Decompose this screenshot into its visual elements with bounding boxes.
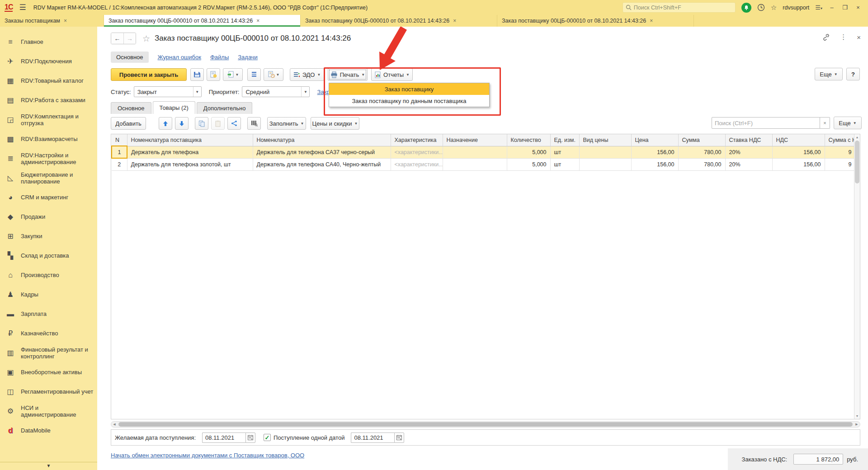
table-cell[interactable]: Держатель для телефона СА37 черно-серый [253, 146, 391, 158]
table-cell[interactable] [443, 146, 507, 158]
user-name[interactable]: rdvsupport [783, 5, 809, 11]
sidebar-item-catalog-grid[interactable]: ▦RDV:Товарный каталог [0, 71, 97, 90]
sidebar-item-rocket[interactable]: ✈RDV:Подключения [0, 52, 97, 71]
add-row-button[interactable]: Добавить [111, 117, 146, 130]
table-cell[interactable]: шт [550, 158, 579, 170]
column-header[interactable]: Сумма с Н [825, 134, 855, 146]
settings-menu-icon[interactable]: ☰▾ [815, 4, 822, 11]
column-header[interactable]: Номенклатура [253, 134, 391, 146]
column-header[interactable]: N [112, 134, 127, 146]
prices-discounts-button[interactable]: Цены и скидки▼ [311, 117, 359, 130]
history-icon[interactable] [757, 4, 765, 11]
copy-row-button[interactable] [195, 117, 208, 130]
table-cell[interactable] [579, 158, 631, 170]
vscroll-thumb[interactable] [855, 141, 859, 183]
help-button[interactable]: ? [846, 68, 860, 80]
barcode-scan-button[interactable] [247, 117, 261, 130]
hscroll-thumb[interactable] [118, 422, 853, 427]
clear-search-button[interactable]: × [820, 117, 830, 129]
sidebar-item-truck[interactable]: ▣Внеоборотные активы [0, 362, 97, 382]
forward-button[interactable]: → [123, 33, 136, 44]
desired-date-input[interactable]: 08.11.2021 [202, 432, 255, 443]
scroll-left-arrow[interactable]: ◀ [111, 423, 118, 426]
calendar-icon[interactable] [245, 432, 255, 443]
reports-button[interactable]: Отчеты ▼ [371, 68, 413, 81]
close-document-icon[interactable]: × [857, 33, 861, 41]
favorite-star-icon[interactable]: ☆ [142, 33, 150, 44]
doc-tasks-button[interactable]: ▼ [264, 68, 283, 81]
table-cell[interactable]: 20% [725, 146, 772, 158]
window-tab-3[interactable]: Заказ поставщику 00ЦБ-000010 от 08.10.20… [301, 15, 497, 27]
sidebar-item-bar-chart[interactable]: ▥Финансовый результат и контроллинг [0, 343, 97, 362]
doc-nav-main[interactable]: Основное [111, 52, 149, 63]
save-button[interactable] [190, 68, 204, 81]
table-cell[interactable]: 156,00 [631, 158, 678, 170]
start-edo-exchange-link[interactable]: Начать обмен электронными документами с … [111, 452, 304, 459]
column-header[interactable]: Назначение [443, 134, 507, 146]
column-header[interactable]: Количество [507, 134, 550, 146]
tab-close-icon[interactable]: × [64, 18, 67, 24]
table-cell[interactable] [579, 146, 631, 158]
vertical-scrollbar[interactable]: ▲ ▼ [854, 134, 860, 419]
sidebar-item-person[interactable]: ♟Кадры [0, 285, 97, 304]
table-cell[interactable]: 156,00 [772, 146, 825, 158]
doc-nav-files[interactable]: Файлы [210, 54, 229, 61]
table-cell[interactable]: Держатель для телефона СА40, Черно-желты… [253, 158, 391, 170]
table-cell[interactable]: Держатель для телефона [127, 146, 253, 158]
table-more-button[interactable]: Еще▼ [834, 117, 862, 129]
share-row-button[interactable] [227, 117, 241, 130]
post-button[interactable] [207, 68, 220, 81]
maximize-button[interactable]: ❒ [841, 4, 849, 11]
window-tab-1[interactable]: Заказы поставщикам× [0, 15, 104, 27]
sidebar-item-card[interactable]: ▬Зарплата [0, 304, 97, 324]
sidebar-item-orders-doc[interactable]: ▤RDV:Работа с заказами [0, 90, 97, 110]
sidebar-item-factory[interactable]: ⌂Производство [0, 265, 97, 285]
sidebar-item-ruble[interactable]: ₽Казначейство [0, 324, 97, 343]
structure-button[interactable] [247, 68, 261, 81]
print-button[interactable]: Печать ▼ [328, 68, 368, 81]
sidebar-item-datamobile[interactable]: dDataMobile [0, 421, 97, 440]
sidebar-item-handtruck[interactable]: ◲RDV:Комплектация и отгрузка [0, 110, 97, 129]
sidebar-item-sliders[interactable]: ≣RDV:Настройки и администрирование [0, 149, 97, 168]
sidebar-item-gear[interactable]: ⚙НСИ и администрирование [0, 401, 97, 421]
table-cell[interactable]: 780,00 [678, 158, 725, 170]
form-more-button[interactable]: Еще▼ [815, 68, 843, 80]
sidebar-collapse-arrow[interactable]: ▼ [0, 462, 97, 470]
form-tab-inactive[interactable]: Основное [111, 102, 151, 114]
create-based-on-button[interactable]: ▼ [223, 68, 243, 81]
table-cell[interactable]: 780,00 [678, 146, 725, 158]
post-and-close-button[interactable]: Провести и закрыть [111, 68, 187, 81]
form-tab-inactive[interactable]: Дополнительно [197, 102, 253, 114]
paste-row-button[interactable] [211, 117, 225, 130]
column-header[interactable]: Сумма [678, 134, 725, 146]
table-cell[interactable]: 156,00 [772, 158, 825, 170]
calendar-icon[interactable] [394, 432, 404, 443]
notifications-icon[interactable] [741, 3, 751, 13]
table-cell[interactable] [443, 158, 507, 170]
sidebar-item-register[interactable]: ◫Регламентированный учет [0, 382, 97, 401]
doc-nav-tasks[interactable]: Задачи [238, 54, 258, 61]
column-header[interactable]: НДС [772, 134, 825, 146]
sidebar-item-plan-chart[interactable]: ◺Бюджетирование и планирование [0, 168, 97, 188]
column-header[interactable]: Цена [631, 134, 678, 146]
tab-close-icon[interactable]: × [256, 18, 259, 24]
kebab-menu-icon[interactable]: ⋮ [840, 33, 847, 41]
table-cell[interactable]: шт [550, 146, 579, 158]
doc-nav-error-log[interactable]: Журнал ошибок [158, 54, 201, 61]
print-menu-item-1[interactable]: Заказ поставщику [329, 83, 489, 95]
sidebar-item-warehouse[interactable]: ▚Склад и доставка [0, 246, 97, 265]
move-row-down-button[interactable] [175, 117, 189, 130]
table-row[interactable]: 2Держатель для телефона золотой, штДержа… [112, 158, 855, 170]
favorites-star-icon[interactable]: ☆ [771, 4, 777, 12]
sidebar-item-calculator[interactable]: ▩RDV:Взаиморасчеты [0, 129, 97, 149]
table-cell[interactable]: 20% [725, 158, 772, 170]
column-header[interactable]: Характеристика [391, 134, 443, 146]
main-menu-icon[interactable]: ☰ [19, 3, 26, 12]
move-row-up-button[interactable] [159, 117, 172, 130]
tab-close-icon[interactable]: × [453, 18, 456, 24]
global-search[interactable] [623, 2, 736, 13]
sidebar-item-pie-chart[interactable]: ◕CRM и маркетинг [0, 188, 97, 207]
table-row[interactable]: 1Держатель для телефонаДержатель для тел… [112, 146, 855, 158]
edo-button[interactable]: ЭДО ▼ [290, 68, 324, 81]
table-cell[interactable]: 9 [825, 146, 855, 158]
